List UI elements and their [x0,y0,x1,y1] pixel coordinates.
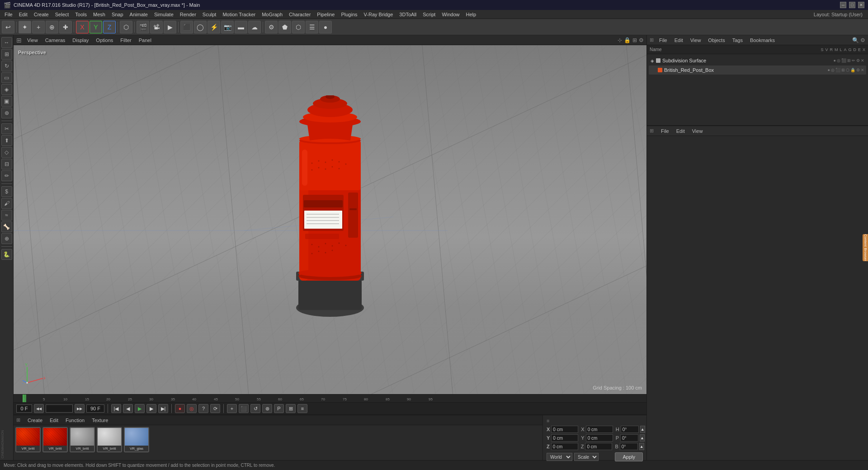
z-size-input[interactable] [585,443,612,450]
y-position-input[interactable] [551,434,578,442]
subdiv-expand-icon[interactable]: ⊞ [847,58,851,63]
point-mode-button[interactable]: ✚ [59,21,72,33]
polygon-button[interactable]: ⬡ [120,21,132,33]
knife-tool[interactable]: ✂ [1,123,12,134]
light-button[interactable]: ⚡ [208,21,220,33]
menu-tools[interactable]: Tools [72,11,90,18]
motion-path-button[interactable]: ⟳ [210,404,220,413]
menu-motion-tracker[interactable]: Motion Tracker [220,11,258,18]
material-swatch-4[interactable]: VR_britt [97,427,122,452]
pen-tool[interactable]: ✏ [1,170,12,181]
sculpt-tool[interactable]: ≈ [1,210,12,221]
select-tool[interactable]: ▭ [1,72,12,83]
maximize-button[interactable]: □ [849,2,855,8]
3d-viewport[interactable]: X Y Z Perspective Grid Spacing : 100 cm [14,45,646,394]
z-stepper-up[interactable]: ▲ [639,443,644,450]
rigging-tool[interactable]: 🦴 [1,221,12,232]
play-reverse-button[interactable]: ◀ [123,404,133,413]
keyframe-button[interactable]: ? [198,404,208,413]
view-menu[interactable]: View [25,37,40,44]
material-swatch-5[interactable]: VR_glas [124,427,149,452]
postbox-icon-5[interactable]: ⬡ [846,68,849,72]
menu-window[interactable]: Window [439,11,462,18]
timeline-start-marker[interactable] [23,395,26,402]
scale-tool[interactable]: ⊞ [1,49,12,60]
x-position-input[interactable] [551,426,578,433]
menu-file[interactable]: File [2,11,15,18]
material-tool[interactable]: $ [1,186,12,197]
menu-select[interactable]: Select [52,11,72,18]
lasso-select[interactable]: ⊛ [1,108,12,118]
subdiv-x-icon[interactable]: ✕ [861,58,864,63]
apply-button[interactable]: Apply [615,452,643,461]
cameras-menu[interactable]: Cameras [43,37,67,44]
viewport-settings-icon[interactable]: ⚙ [639,37,644,43]
viewport-lock-icon[interactable]: ⊞ [16,37,22,44]
h-input[interactable] [621,426,639,433]
content-browser-toggle[interactable]: Content Browser [863,234,868,261]
subdiv-tag-icon[interactable]: ⚙ [856,58,860,63]
postbox-icon-1[interactable]: ● [828,68,830,72]
x-axis-button[interactable]: X [76,21,89,33]
postbox-icon-x[interactable]: ✕ [861,68,864,72]
object-row-subdivision[interactable]: ◈ Subdivision Surface ● ◎ ⬛ ⊞ ✏ ⚙ ✕ [649,56,866,65]
menu-mesh[interactable]: Mesh [90,11,108,18]
frame-forward-small-button[interactable]: ▶▶ [75,404,85,413]
menu-mograph[interactable]: MoGraph [259,11,285,18]
attr-edit-menu[interactable]: Edit [675,127,687,135]
polygon-mode-button[interactable]: + [32,21,45,33]
sky-button[interactable]: ☁ [248,21,261,33]
postbox-icon-2[interactable]: ◎ [831,68,835,72]
y-size-input[interactable] [586,434,613,442]
record-button[interactable]: ● [175,404,185,413]
python-tool[interactable]: 🐍 [1,249,12,260]
y-stepper-up[interactable]: ▲ [640,434,645,442]
z-position-input[interactable] [551,443,578,450]
nurbs-button[interactable]: ⬡ [292,21,305,33]
play-button[interactable]: ▶ [135,404,145,413]
material-swatch-1[interactable]: VR_britt [15,427,41,452]
mat-texture-menu[interactable]: Texture [90,417,110,424]
frame-back-button[interactable]: ◀◀ [34,404,44,413]
obj-bookmarks-menu[interactable]: Bookmarks [748,37,777,44]
filter-menu[interactable]: Filter [118,37,133,44]
obj-file-menu[interactable]: File [657,37,669,44]
menu-render[interactable]: Render [177,11,199,18]
menu-edit[interactable]: Edit [16,11,30,18]
remove-keyframe-button[interactable]: ⬛ [239,404,249,413]
sphere-button[interactable]: ◯ [194,21,207,33]
frame-field[interactable] [46,404,73,413]
y-axis-button[interactable]: Y [90,21,102,33]
loop-button[interactable]: ↺ [250,404,260,413]
auto-keyframe-button[interactable]: ◎ [187,404,197,413]
paint-tool[interactable]: 🖌 [1,198,12,209]
postbox-icon-4[interactable]: ⊞ [841,68,845,72]
render-view-button[interactable]: ▶ [164,21,176,33]
bevel-tool[interactable]: ◇ [1,147,12,158]
x-size-input[interactable] [586,426,613,433]
material-swatch-2[interactable]: VR_britt [42,427,68,452]
live-selection[interactable]: ◈ [1,84,12,95]
obj-objects-menu[interactable]: Objects [706,37,726,44]
z-axis-button[interactable]: Z [103,21,116,33]
object-mode-button[interactable]: ✦ [19,21,31,33]
subdiv-lock-icon[interactable]: ⬛ [841,58,846,63]
undo-button[interactable]: ↩ [2,21,14,33]
timeline-settings-button[interactable]: ⊞ [286,404,296,413]
obj-filter-icon[interactable]: ⚙ [860,37,865,43]
subdiv-visible-icon[interactable]: ● [834,58,836,63]
mat-function-menu[interactable]: Function [64,417,86,424]
subdiv-edit-icon[interactable]: ✏ [852,58,855,63]
viewport-lock-state-icon[interactable]: 🔒 [624,37,631,43]
bounce-button[interactable]: ⊛ [262,404,272,413]
rotate-tool[interactable]: ↻ [1,61,12,71]
go-to-start-button[interactable]: |◀ [111,404,121,413]
material-swatch-3[interactable]: VR_britt [70,427,95,452]
menu-animate[interactable]: Animate [127,11,151,18]
menu-help[interactable]: Help [463,11,479,18]
menu-sculpt[interactable]: Sculpt [200,11,219,18]
mat-edit-menu[interactable]: Edit [48,417,60,424]
display-menu[interactable]: Display [71,37,90,44]
box-select[interactable]: ▣ [1,96,12,107]
menu-3dtoall[interactable]: 3DToAll [396,11,419,18]
